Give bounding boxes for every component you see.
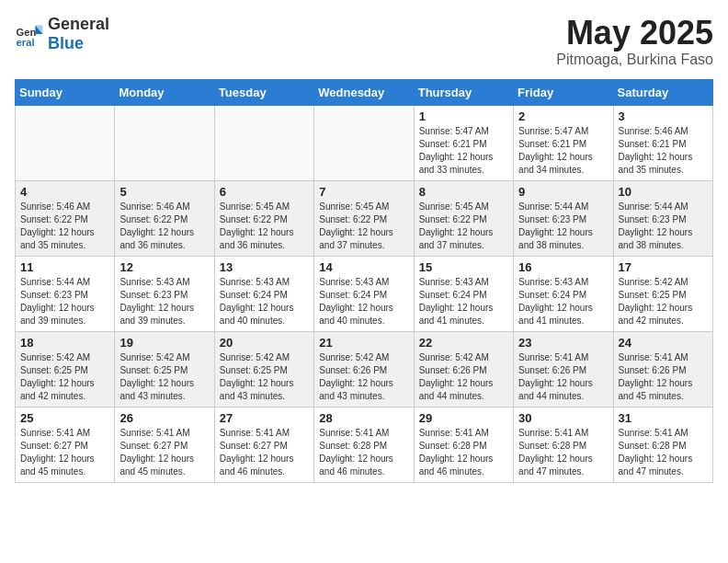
calendar-day-cell: 15Sunrise: 5:43 AM Sunset: 6:24 PM Dayli… [414, 256, 513, 331]
day-info: Sunrise: 5:44 AM Sunset: 6:23 PM Dayligh… [518, 201, 608, 252]
day-number: 20 [220, 336, 309, 350]
day-info: Sunrise: 5:41 AM Sunset: 6:27 PM Dayligh… [20, 427, 109, 478]
calendar-day-cell: 26Sunrise: 5:41 AM Sunset: 6:27 PM Dayli… [115, 407, 214, 482]
day-info: Sunrise: 5:42 AM Sunset: 6:26 PM Dayligh… [419, 351, 508, 403]
day-info: Sunrise: 5:41 AM Sunset: 6:27 PM Dayligh… [220, 427, 309, 478]
day-number: 10 [619, 185, 708, 199]
calendar-day-cell: 8Sunrise: 5:45 AM Sunset: 6:22 PM Daylig… [414, 180, 513, 256]
day-number: 5 [119, 185, 209, 199]
logo-blue-text: Blue [48, 34, 84, 52]
calendar-day-cell: 4Sunrise: 5:46 AM Sunset: 6:22 PM Daylig… [16, 180, 115, 256]
day-number: 26 [119, 411, 209, 425]
day-number: 9 [518, 185, 608, 199]
day-number: 11 [20, 260, 109, 274]
day-number: 14 [319, 260, 408, 274]
logo: Gen eral General Blue [15, 15, 109, 53]
calendar-day-cell [314, 105, 414, 180]
day-header-thursday: Thursday [414, 79, 513, 105]
calendar-day-cell: 2Sunrise: 5:47 AM Sunset: 6:21 PM Daylig… [514, 105, 613, 180]
day-header-wednesday: Wednesday [314, 79, 414, 105]
calendar-day-cell: 29Sunrise: 5:41 AM Sunset: 6:28 PM Dayli… [414, 407, 513, 482]
calendar-day-cell: 9Sunrise: 5:44 AM Sunset: 6:23 PM Daylig… [514, 180, 613, 256]
day-info: Sunrise: 5:42 AM Sunset: 6:25 PM Dayligh… [619, 276, 708, 327]
calendar-day-cell [115, 105, 214, 180]
day-number: 4 [20, 185, 109, 199]
day-info: Sunrise: 5:41 AM Sunset: 6:28 PM Dayligh… [619, 427, 708, 478]
day-number: 1 [419, 109, 508, 123]
calendar-day-cell: 17Sunrise: 5:42 AM Sunset: 6:25 PM Dayli… [613, 256, 712, 331]
day-info: Sunrise: 5:45 AM Sunset: 6:22 PM Dayligh… [319, 201, 408, 252]
day-number: 2 [518, 109, 608, 123]
day-number: 3 [619, 109, 708, 123]
day-info: Sunrise: 5:47 AM Sunset: 6:21 PM Dayligh… [518, 125, 608, 177]
calendar-day-cell: 5Sunrise: 5:46 AM Sunset: 6:22 PM Daylig… [115, 180, 214, 256]
calendar-day-cell: 16Sunrise: 5:43 AM Sunset: 6:24 PM Dayli… [514, 256, 613, 331]
location-text: Pitmoaga, Burkina Faso [556, 52, 713, 68]
calendar-day-cell: 12Sunrise: 5:43 AM Sunset: 6:23 PM Dayli… [115, 256, 214, 331]
logo-general-text: General [48, 15, 109, 33]
calendar-day-cell: 22Sunrise: 5:42 AM Sunset: 6:26 PM Dayli… [414, 331, 513, 407]
day-info: Sunrise: 5:47 AM Sunset: 6:21 PM Dayligh… [419, 125, 508, 177]
day-info: Sunrise: 5:43 AM Sunset: 6:24 PM Dayligh… [518, 276, 608, 327]
day-number: 27 [220, 411, 309, 425]
title-block: May 2025 Pitmoaga, Burkina Faso [556, 15, 713, 68]
calendar-table: SundayMondayTuesdayWednesdayThursdayFrid… [15, 79, 713, 483]
month-year-title: May 2025 [556, 15, 713, 52]
day-number: 17 [619, 260, 708, 274]
calendar-header-row: SundayMondayTuesdayWednesdayThursdayFrid… [16, 79, 713, 105]
day-info: Sunrise: 5:45 AM Sunset: 6:22 PM Dayligh… [220, 201, 309, 252]
day-header-friday: Friday [514, 79, 613, 105]
day-info: Sunrise: 5:46 AM Sunset: 6:22 PM Dayligh… [119, 201, 209, 252]
day-info: Sunrise: 5:43 AM Sunset: 6:24 PM Dayligh… [319, 276, 408, 327]
logo-icon: Gen eral [15, 19, 44, 49]
day-header-saturday: Saturday [613, 79, 712, 105]
calendar-day-cell: 25Sunrise: 5:41 AM Sunset: 6:27 PM Dayli… [16, 407, 115, 482]
day-number: 7 [319, 185, 408, 199]
day-info: Sunrise: 5:41 AM Sunset: 6:26 PM Dayligh… [518, 351, 608, 403]
calendar-day-cell: 7Sunrise: 5:45 AM Sunset: 6:22 PM Daylig… [314, 180, 414, 256]
calendar-day-cell: 24Sunrise: 5:41 AM Sunset: 6:26 PM Dayli… [613, 331, 712, 407]
calendar-day-cell: 13Sunrise: 5:43 AM Sunset: 6:24 PM Dayli… [214, 256, 313, 331]
calendar-day-cell: 14Sunrise: 5:43 AM Sunset: 6:24 PM Dayli… [314, 256, 414, 331]
day-number: 25 [20, 411, 109, 425]
day-number: 22 [419, 336, 508, 350]
day-info: Sunrise: 5:43 AM Sunset: 6:23 PM Dayligh… [119, 276, 209, 327]
calendar-day-cell: 6Sunrise: 5:45 AM Sunset: 6:22 PM Daylig… [214, 180, 313, 256]
calendar-week-1: 1Sunrise: 5:47 AM Sunset: 6:21 PM Daylig… [16, 105, 713, 180]
day-header-tuesday: Tuesday [214, 79, 313, 105]
calendar-week-4: 18Sunrise: 5:42 AM Sunset: 6:25 PM Dayli… [16, 331, 713, 407]
calendar-day-cell: 11Sunrise: 5:44 AM Sunset: 6:23 PM Dayli… [16, 256, 115, 331]
day-info: Sunrise: 5:41 AM Sunset: 6:28 PM Dayligh… [319, 427, 408, 478]
day-number: 15 [419, 260, 508, 274]
day-number: 13 [220, 260, 309, 274]
calendar-day-cell: 30Sunrise: 5:41 AM Sunset: 6:28 PM Dayli… [514, 407, 613, 482]
day-number: 21 [319, 336, 408, 350]
day-number: 23 [518, 336, 608, 350]
day-info: Sunrise: 5:43 AM Sunset: 6:24 PM Dayligh… [220, 276, 309, 327]
day-number: 8 [419, 185, 508, 199]
calendar-day-cell: 18Sunrise: 5:42 AM Sunset: 6:25 PM Dayli… [16, 331, 115, 407]
day-info: Sunrise: 5:45 AM Sunset: 6:22 PM Dayligh… [419, 201, 508, 252]
day-info: Sunrise: 5:41 AM Sunset: 6:27 PM Dayligh… [119, 427, 209, 478]
calendar-day-cell: 23Sunrise: 5:41 AM Sunset: 6:26 PM Dayli… [514, 331, 613, 407]
day-info: Sunrise: 5:41 AM Sunset: 6:28 PM Dayligh… [518, 427, 608, 478]
day-info: Sunrise: 5:42 AM Sunset: 6:25 PM Dayligh… [220, 351, 309, 403]
svg-text:Gen: Gen [17, 27, 37, 38]
day-header-monday: Monday [115, 79, 214, 105]
day-number: 6 [220, 185, 309, 199]
day-info: Sunrise: 5:42 AM Sunset: 6:26 PM Dayligh… [319, 351, 408, 403]
page-header: Gen eral General Blue May 2025 Pitmoaga,… [15, 15, 713, 68]
day-number: 19 [119, 336, 209, 350]
calendar-day-cell [214, 105, 313, 180]
day-info: Sunrise: 5:42 AM Sunset: 6:25 PM Dayligh… [119, 351, 209, 403]
day-number: 30 [518, 411, 608, 425]
calendar-day-cell: 28Sunrise: 5:41 AM Sunset: 6:28 PM Dayli… [314, 407, 414, 482]
day-number: 29 [419, 411, 508, 425]
day-info: Sunrise: 5:44 AM Sunset: 6:23 PM Dayligh… [20, 276, 109, 327]
calendar-day-cell [16, 105, 115, 180]
day-info: Sunrise: 5:41 AM Sunset: 6:28 PM Dayligh… [419, 427, 508, 478]
calendar-week-3: 11Sunrise: 5:44 AM Sunset: 6:23 PM Dayli… [16, 256, 713, 331]
calendar-day-cell: 31Sunrise: 5:41 AM Sunset: 6:28 PM Dayli… [613, 407, 712, 482]
day-info: Sunrise: 5:46 AM Sunset: 6:21 PM Dayligh… [619, 125, 708, 177]
day-info: Sunrise: 5:42 AM Sunset: 6:25 PM Dayligh… [20, 351, 109, 403]
